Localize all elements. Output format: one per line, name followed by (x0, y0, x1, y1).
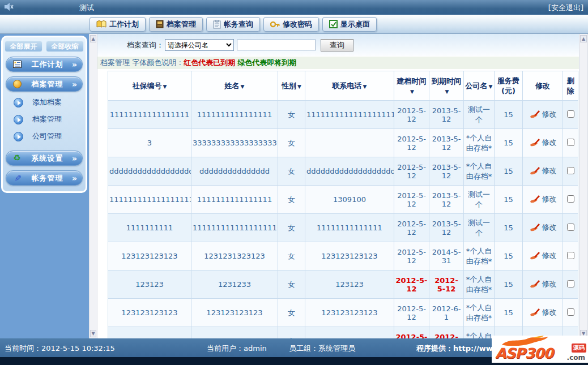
modify-link[interactable]: 修改 (529, 194, 557, 204)
scroll-up-arrow[interactable]: ▲ (90, 35, 96, 42)
cell-fee: 15 (495, 299, 523, 327)
book-icon (96, 20, 106, 28)
modify-link[interactable]: 修改 (529, 109, 557, 119)
modify-link[interactable]: 修改 (529, 279, 557, 289)
delete-checkbox[interactable] (567, 224, 574, 231)
header-company[interactable]: 公司名▼ (464, 71, 495, 101)
cell-expire: 2013-5-12 (429, 186, 464, 214)
sidebar-menu-system-settings[interactable]: ♻ 系统设置 » (6, 151, 83, 166)
chevron-right-icon: » (72, 80, 77, 89)
scroll-up-arrow[interactable]: ▲ (580, 35, 587, 42)
desktop-icon (329, 20, 338, 28)
tab-billing-query[interactable]: 帐务查询 (206, 17, 260, 32)
cell-delete (563, 270, 578, 299)
modify-link[interactable]: 修改 (529, 222, 557, 233)
table-row: 1231231231231231231323123女12312312312320… (108, 242, 578, 270)
tab-strip: 工作计划 档案管理 帐务查询 (0, 15, 588, 34)
legend-bar: 档案管理 字体颜色说明：红色代表已到期 绿色代表即将到期 (97, 57, 579, 69)
chevron-right-icon: » (72, 174, 77, 183)
cell-delete (563, 101, 578, 129)
header-created[interactable]: 建档时间▼ (394, 71, 429, 101)
cell-phone: 123123 (305, 327, 394, 339)
archive-table: 社保编号▼ 姓名▼ 性别▼ 联系电话▼ 建档时间▼ 到期时间▼ 公司名▼ 服务费… (108, 71, 578, 338)
sidebar-item-company-management[interactable]: 公司管理 (5, 128, 84, 145)
tab-label: 工作计划 (109, 19, 139, 29)
cell-created: 2012-5-12 (394, 129, 429, 157)
page-title: 测试 (79, 3, 94, 13)
cell-phone: dddddddddddddddddddd (305, 157, 394, 186)
chevron-right-icon: » (72, 154, 77, 163)
delete-checkbox[interactable] (567, 167, 574, 174)
tab-work-plan[interactable]: 工作计划 (90, 17, 146, 32)
modify-link[interactable]: 修改 (529, 307, 557, 317)
cell-expire: 2012-6-1 (429, 299, 464, 327)
sidebar-menu-account-management[interactable]: ✎ 帐务管理 » (6, 170, 83, 186)
delete-checkbox[interactable] (567, 252, 574, 259)
cell-company: *个人自由存档* (464, 299, 495, 327)
header-expire[interactable]: 到期时间▼ (429, 71, 464, 101)
edit-hand-icon (529, 223, 540, 232)
cell-fee: 15 (495, 214, 523, 242)
header-phone[interactable]: 联系电话▼ (305, 71, 394, 101)
modify-link[interactable]: 修改 (529, 166, 557, 176)
table-row: 3333333333333333333女2012-5-122013-5-12*个… (108, 129, 578, 157)
company-select[interactable]: 请选择公司名 (165, 39, 234, 51)
delete-checkbox[interactable] (567, 280, 574, 287)
safe-logout-link[interactable]: [安全退出] (548, 3, 583, 13)
tab-show-desktop[interactable]: 显示桌面 (322, 17, 377, 32)
table-row: 11111111111111111111111111111111111女1309… (108, 186, 578, 214)
query-label: 档案查询： (127, 40, 164, 50)
edit-hand-icon (529, 195, 540, 204)
modify-link[interactable]: 修改 (529, 138, 557, 148)
query-input[interactable] (237, 40, 316, 50)
tab-label: 显示桌面 (340, 19, 370, 29)
cell-created: 2012-5-12 (394, 214, 429, 242)
delete-checkbox[interactable] (567, 139, 574, 146)
table-row: 1111111111111111111111111111111女11111111… (108, 214, 578, 242)
cell-modify: 修改 (523, 186, 563, 214)
modify-link[interactable]: 修改 (529, 251, 557, 261)
main-content: 档案查询： 请选择公司名 查询 档案管理 字体颜色说明：红色代表已到期 绿色代表… (97, 34, 579, 338)
tab-change-password[interactable]: 修改密码 (263, 17, 319, 32)
expand-all-button[interactable]: 全部展开 (5, 41, 42, 52)
cell-gender: 女 (278, 299, 305, 327)
play-icon (14, 98, 23, 108)
main-scrollbar[interactable]: ▲ ▼ (579, 34, 588, 338)
header-gender[interactable]: 性别▼ (278, 71, 305, 101)
edit-hand-icon (529, 110, 540, 119)
cell-fee: 15 (495, 186, 523, 214)
cell-phone: 111111111111111111111111 (305, 101, 394, 129)
speaker-mute-icon[interactable] (4, 2, 14, 11)
delete-checkbox[interactable] (567, 195, 574, 203)
logo-text: ASP300 (495, 345, 553, 362)
cell-phone: 1309100 (305, 186, 394, 214)
notes-icon (11, 61, 23, 68)
query-bar: 档案查询： 请选择公司名 查询 (97, 34, 579, 56)
collapse-all-button[interactable]: 全部收缩 (46, 41, 84, 52)
cell-fee: 15 (495, 129, 523, 157)
query-button[interactable]: 查询 (321, 39, 353, 51)
cell-fee: 15 (495, 157, 523, 186)
sidebar-scrollbar[interactable]: ▲ ▼ (89, 34, 97, 338)
header-name[interactable]: 姓名▼ (191, 71, 278, 101)
logo-badge: 源码 (572, 343, 586, 353)
sidebar-menu-label: 工作计划 (23, 59, 72, 70)
header-ssn[interactable]: 社保编号▼ (108, 71, 191, 101)
tab-label: 档案管理 (167, 19, 196, 29)
scroll-down-arrow[interactable]: ▼ (90, 330, 96, 337)
cell-created: 2012-5-12 (394, 157, 429, 186)
cell-created: 2012-5-12 (394, 270, 429, 299)
cell-modify: 修改 (523, 214, 563, 242)
delete-checkbox[interactable] (567, 308, 574, 316)
sidebar-menu-work-plan[interactable]: 工作计划 » (6, 57, 83, 72)
tab-archive-management[interactable]: 档案管理 (149, 17, 203, 32)
cell-delete (563, 129, 578, 157)
cell-name: 123123 (191, 327, 278, 339)
sidebar-item-archive-management[interactable]: 档案管理 (5, 111, 84, 128)
delete-checkbox[interactable] (567, 110, 574, 118)
cell-delete (563, 214, 578, 242)
cell-ssn: 123123 (108, 270, 191, 299)
sidebar-item-add-archive[interactable]: 添加档案 (5, 94, 84, 111)
sidebar-menu-archive[interactable]: 档案管理 » (6, 76, 83, 92)
cell-modify: 修改 (523, 157, 563, 186)
